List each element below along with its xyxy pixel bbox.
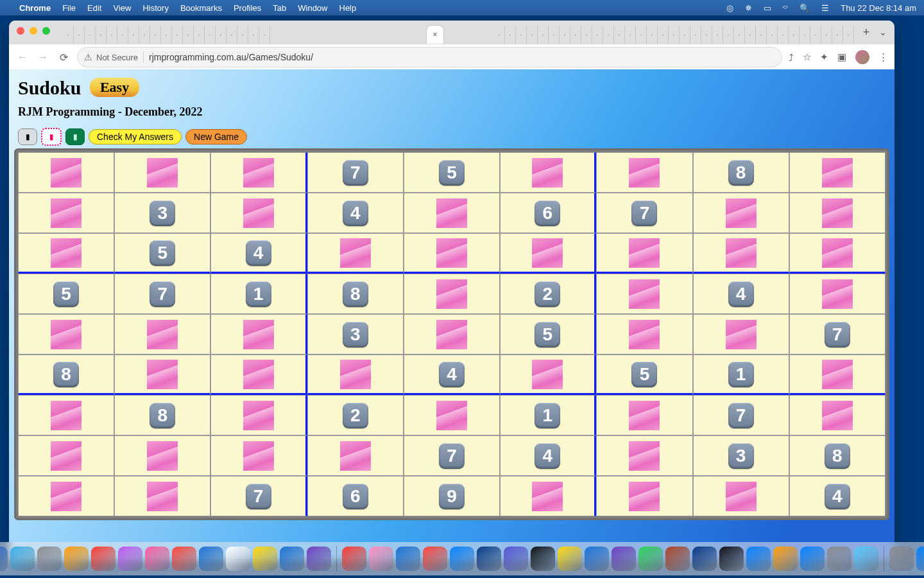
background-tab[interactable]: ·	[183, 26, 194, 44]
sudoku-cell-r8-c3[interactable]	[210, 435, 307, 476]
empty-cell-tile[interactable]	[147, 360, 178, 389]
background-tab[interactable]: ·	[237, 26, 248, 44]
dock-app[interactable]	[531, 547, 555, 571]
sudoku-cell-r6-c3[interactable]	[210, 355, 307, 395]
dock-app[interactable]	[172, 547, 196, 571]
empty-cell-tile[interactable]	[629, 320, 660, 349]
empty-cell-tile[interactable]	[822, 360, 853, 389]
empty-cell-tile[interactable]	[340, 238, 371, 268]
empty-cell-tile[interactable]	[243, 441, 274, 471]
dock-app[interactable]	[827, 547, 851, 571]
sudoku-cell-r6-c9[interactable]	[789, 355, 886, 395]
share-icon[interactable]: ⤴	[789, 52, 794, 63]
chrome-menu-icon[interactable]: ⋮	[878, 51, 888, 63]
background-tab[interactable]: ·	[248, 26, 259, 44]
sudoku-cell-r1-c7[interactable]	[596, 152, 692, 193]
background-tab[interactable]: ·	[516, 26, 527, 44]
sudoku-cell-r1-c2[interactable]	[114, 152, 210, 193]
background-tab[interactable]: ·	[756, 26, 767, 44]
new-tab-button[interactable]: +	[857, 26, 875, 39]
background-tab[interactable]: ·	[194, 26, 205, 44]
empty-cell-tile[interactable]	[436, 320, 467, 349]
active-tab[interactable]: ×	[426, 25, 444, 44]
menu-profiles[interactable]: Profiles	[234, 3, 261, 13]
background-tab[interactable]: ·	[128, 26, 139, 44]
empty-cell-tile[interactable]	[243, 320, 274, 349]
background-tab[interactable]: ·	[669, 26, 680, 44]
sudoku-cell-r2-c8[interactable]	[693, 193, 789, 233]
empty-cell-tile[interactable]	[51, 238, 81, 268]
background-tab[interactable]: ·	[96, 26, 107, 44]
close-window-icon[interactable]	[17, 27, 24, 35]
empty-cell-tile[interactable]	[726, 320, 757, 349]
background-tab[interactable]: ·	[216, 26, 227, 44]
sudoku-cell-r5-c5[interactable]	[404, 314, 500, 355]
menu-window[interactable]: Window	[298, 3, 327, 13]
sudoku-cell-r3-c8[interactable]	[693, 233, 789, 274]
empty-cell-tile[interactable]	[726, 198, 757, 228]
empty-cell-tile[interactable]	[51, 158, 81, 188]
sudoku-cell-r7-c5[interactable]	[404, 395, 500, 435]
background-tab[interactable]: ·	[658, 26, 669, 44]
tabs-overflow-icon[interactable]: ⌄	[875, 27, 891, 37]
dock-app[interactable]	[118, 547, 142, 571]
dock-app[interactable]	[199, 547, 223, 571]
screen-record-icon[interactable]: ◎	[726, 3, 733, 13]
bluetooth-icon[interactable]: ✵	[745, 3, 752, 13]
menu-file[interactable]: File	[62, 3, 76, 13]
dock-app[interactable]	[800, 547, 825, 571]
background-tab[interactable]: ·	[107, 26, 117, 44]
dock-app[interactable]	[0, 547, 8, 571]
dock-app[interactable]	[226, 547, 250, 571]
background-tab[interactable]: ·	[538, 26, 549, 44]
empty-cell-tile[interactable]	[436, 238, 467, 268]
sudoku-cell-r3-c1[interactable]	[18, 233, 114, 274]
empty-cell-tile[interactable]	[51, 401, 81, 430]
background-tab[interactable]: ·	[549, 26, 560, 44]
sudoku-cell-r7-c9[interactable]	[789, 395, 886, 435]
sudoku-cell-r1-c9[interactable]	[789, 152, 886, 193]
background-tab[interactable]: ·	[778, 26, 789, 44]
sudoku-cell-r5-c7[interactable]	[596, 314, 692, 355]
background-tab[interactable]: ·	[227, 26, 237, 44]
empty-cell-tile[interactable]	[243, 360, 274, 389]
sudoku-cell-r2-c5[interactable]	[404, 193, 500, 233]
dock-app[interactable]	[280, 547, 304, 571]
check-answers-button[interactable]: Check My Answers	[89, 129, 182, 144]
empty-cell-tile[interactable]	[726, 238, 757, 268]
background-tab[interactable]: ·	[723, 26, 734, 44]
dock-app[interactable]	[369, 547, 393, 571]
sudoku-cell-r6-c6[interactable]	[500, 355, 596, 395]
dock-app[interactable]	[450, 547, 474, 571]
background-tab[interactable]: ·	[560, 26, 570, 44]
profile-avatar[interactable]	[855, 50, 869, 64]
dock-app[interactable]	[477, 547, 501, 571]
background-tab[interactable]: ·	[581, 26, 592, 44]
background-tab[interactable]: ·	[789, 26, 800, 44]
dock-app[interactable]	[692, 547, 717, 571]
empty-cell-tile[interactable]	[243, 401, 274, 430]
menu-history[interactable]: History	[142, 3, 168, 13]
dock-app[interactable]	[342, 547, 366, 571]
sudoku-cell-r2-c1[interactable]	[18, 193, 114, 233]
side-panel-icon[interactable]: ▣	[837, 51, 846, 63]
menu-tab[interactable]: Tab	[273, 3, 286, 13]
sudoku-cell-r8-c1[interactable]	[18, 435, 114, 476]
dock-app[interactable]	[558, 547, 582, 571]
dock-app[interactable]	[916, 547, 924, 571]
dock-app[interactable]	[746, 547, 771, 571]
sudoku-cell-r9-c2[interactable]	[114, 476, 210, 516]
dock-app[interactable]	[638, 547, 663, 571]
empty-cell-tile[interactable]	[629, 401, 660, 430]
sel-2-button[interactable]: ▮	[41, 128, 62, 146]
dock-app[interactable]	[889, 547, 914, 571]
background-tab[interactable]: ·	[259, 26, 270, 44]
empty-cell-tile[interactable]	[147, 482, 178, 511]
sudoku-cell-r7-c1[interactable]	[18, 395, 114, 435]
sudoku-cell-r5-c3[interactable]	[210, 314, 307, 355]
empty-cell-tile[interactable]	[532, 482, 563, 511]
sudoku-cell-r9-c8[interactable]	[693, 476, 789, 516]
background-tab[interactable]: ·	[494, 26, 505, 44]
empty-cell-tile[interactable]	[147, 441, 178, 471]
empty-cell-tile[interactable]	[340, 360, 371, 389]
